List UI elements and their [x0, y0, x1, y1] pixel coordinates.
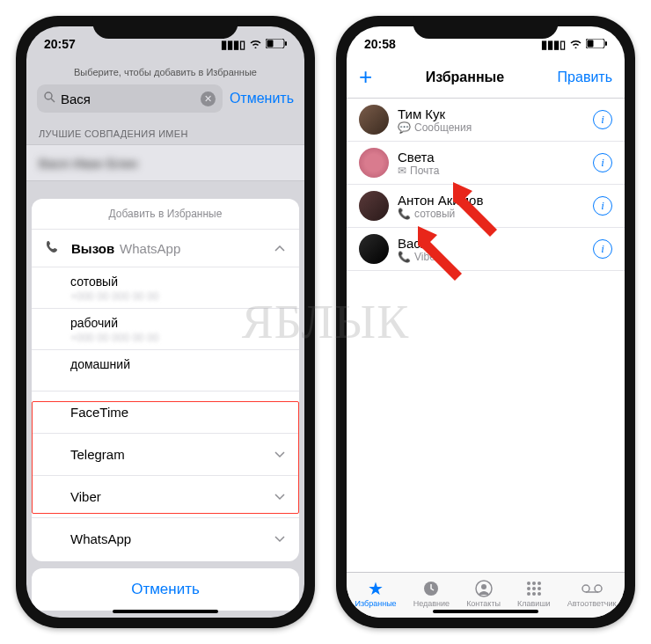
status-time: 20:58: [364, 37, 396, 51]
nav-bar: + Избранные Править: [347, 62, 625, 99]
favorite-row[interactable]: Света ✉︎Почта i: [347, 142, 625, 185]
avatar: [359, 148, 389, 178]
status-icons: ▮▮▮▯: [221, 38, 287, 51]
svg-point-18: [538, 587, 541, 590]
favorites-list: Тим Кук 💬Сообщения i Света ✉︎Почта i: [347, 99, 625, 572]
tab-favorites[interactable]: ★Избранные: [355, 579, 397, 608]
wifi-icon: [569, 38, 582, 51]
svg-point-15: [538, 582, 541, 585]
phone-icon: 📞: [398, 251, 411, 263]
search-result-row[interactable]: Вася Иван Блин: [26, 144, 304, 181]
clock-icon: [422, 579, 440, 598]
edit-button[interactable]: Править: [558, 70, 612, 85]
signal-icon: ▮▮▮▯: [541, 38, 566, 51]
wifi-icon: [249, 38, 262, 51]
avatar: [359, 191, 389, 221]
tab-contacts[interactable]: Контакты: [466, 579, 501, 608]
svg-point-14: [532, 582, 536, 585]
status-icons: ▮▮▮▯: [541, 38, 607, 51]
grid-icon: [525, 579, 543, 598]
chevron-up-icon: [274, 240, 285, 256]
tab-recents[interactable]: Недавние: [413, 579, 450, 608]
info-button[interactable]: i: [593, 196, 612, 216]
svg-rect-6: [588, 40, 594, 47]
svg-point-17: [532, 587, 536, 590]
action-sheet: Добавить в Избранные Вызов WhatsApp сото…: [32, 199, 299, 611]
home-indicator[interactable]: [113, 610, 218, 613]
svg-point-13: [527, 582, 530, 585]
notch: [413, 16, 559, 39]
service-row-telegram[interactable]: Telegram: [32, 434, 299, 476]
svg-point-20: [532, 592, 536, 596]
add-button[interactable]: +: [359, 63, 372, 91]
call-header-row[interactable]: Вызов WhatsApp: [32, 230, 299, 267]
contact-name: Света: [398, 150, 584, 165]
svg-point-12: [481, 584, 486, 589]
svg-rect-7: [605, 41, 607, 46]
page-title: Избранные: [426, 70, 505, 85]
chevron-down-icon: [274, 532, 285, 545]
phone-type-row[interactable]: домашний: [32, 350, 299, 392]
search-icon: [44, 91, 55, 106]
mail-icon: ✉︎: [398, 165, 406, 177]
phone-icon: [46, 240, 59, 256]
phone-frame-right: 20:58 ▮▮▮▯ + Избранные Править: [336, 16, 635, 628]
battery-icon: [586, 38, 607, 51]
star-icon: ★: [368, 579, 384, 598]
chevron-down-icon: [274, 490, 285, 503]
notch: [93, 16, 238, 39]
avatar: [359, 105, 389, 135]
sheet-cancel-button[interactable]: Отменить: [32, 568, 299, 611]
battery-icon: [266, 38, 287, 51]
favorite-row[interactable]: Тим Кук 💬Сообщения i: [347, 99, 625, 142]
clear-search-button[interactable]: ✕: [201, 91, 216, 106]
sheet-title: Добавить в Избранные: [32, 199, 299, 230]
search-value: Вася: [61, 91, 195, 106]
phone-type-row[interactable]: рабочий+000 00 000 00 00: [32, 309, 299, 350]
screen-left: 20:57 ▮▮▮▯ Выберите, чтобы добавить в Из…: [26, 26, 304, 618]
signal-icon: ▮▮▮▯: [221, 38, 245, 51]
svg-point-19: [527, 592, 530, 596]
home-indicator[interactable]: [433, 610, 538, 613]
avatar: [359, 234, 389, 264]
status-time: 20:57: [44, 37, 76, 51]
svg-point-23: [595, 585, 602, 592]
voicemail-icon: [582, 579, 603, 598]
svg-point-3: [45, 92, 52, 99]
info-button[interactable]: i: [593, 239, 612, 259]
phone-type-row[interactable]: сотовый+000 00 000 00 00: [32, 267, 299, 309]
tab-keypad[interactable]: Клавиши: [517, 579, 551, 608]
svg-rect-1: [267, 40, 274, 47]
screen-right: 20:58 ▮▮▮▯ + Избранные Править: [347, 26, 625, 618]
svg-marker-9: [418, 226, 462, 281]
svg-point-16: [527, 587, 530, 590]
section-header: ЛУЧШИЕ СОВПАДЕНИЯ ИМЕН: [26, 120, 304, 144]
call-label: Вызов: [71, 241, 114, 256]
message-icon: 💬: [398, 121, 411, 134]
svg-rect-2: [285, 41, 287, 46]
tab-voicemail[interactable]: Автоответчик: [567, 579, 617, 608]
annotation-arrow: [413, 224, 474, 286]
picker-hint: Выберите, чтобы добавить в Избранные: [26, 62, 304, 84]
service-row-facetime[interactable]: FaceTime: [32, 392, 299, 434]
search-input[interactable]: Вася ✕: [37, 84, 223, 113]
svg-point-22: [582, 585, 589, 592]
cancel-link[interactable]: Отменить: [230, 91, 294, 106]
phone-frame-left: 20:57 ▮▮▮▯ Выберите, чтобы добавить в Из…: [16, 16, 315, 628]
service-row-viber[interactable]: Viber: [32, 476, 299, 518]
contact-name: Тим Кук: [398, 106, 584, 121]
person-icon: [475, 579, 493, 598]
chevron-down-icon: [274, 448, 285, 461]
phone-icon: 📞: [398, 208, 411, 220]
info-button[interactable]: i: [593, 110, 612, 129]
svg-line-4: [51, 99, 55, 102]
service-row-whatsapp[interactable]: WhatsApp: [32, 518, 299, 560]
info-button[interactable]: i: [593, 153, 612, 172]
call-service: WhatsApp: [120, 241, 180, 256]
svg-point-21: [538, 592, 541, 596]
